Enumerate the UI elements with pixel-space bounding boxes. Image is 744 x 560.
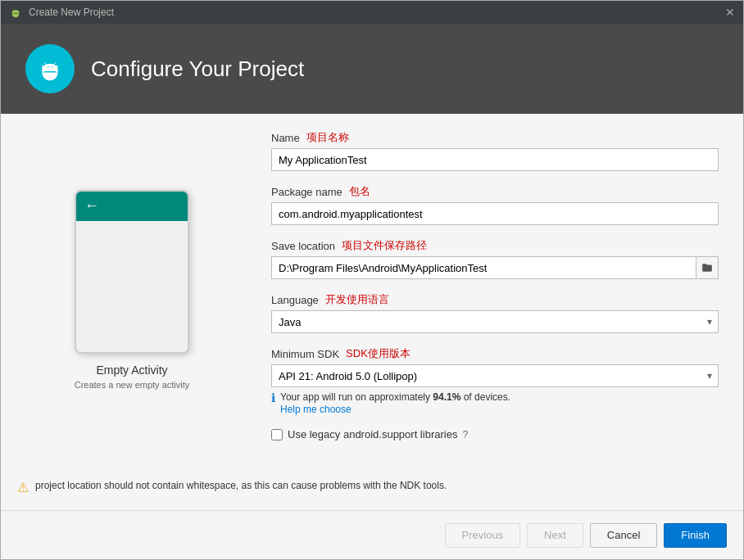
next-button[interactable]: Next xyxy=(527,523,583,548)
warning-row: ⚠ project location should not contain wh… xyxy=(1,473,743,502)
minsdk-select-wrapper: API 21: Android 5.0 (Lollipop) API 22: A… xyxy=(271,364,719,387)
title-bar: Create New Project ✕ xyxy=(1,1,743,24)
name-label-row: Name 项目名称 xyxy=(271,130,719,145)
folder-icon xyxy=(701,262,713,273)
language-select[interactable]: Java Kotlin xyxy=(271,310,719,333)
info-text-prefix: Your app will run on approximately xyxy=(280,391,433,403)
save-location-input[interactable] xyxy=(271,256,696,279)
save-location-label-cn: 项目文件保存路径 xyxy=(342,238,427,253)
phone-top-bar: ← xyxy=(76,192,188,221)
back-arrow-icon: ← xyxy=(84,197,99,215)
name-input[interactable] xyxy=(271,148,719,171)
minsdk-label: Minimum SDK xyxy=(271,348,339,360)
warning-text: project location should not contain whit… xyxy=(35,480,447,491)
title-bar-title: Create New Project xyxy=(29,7,114,18)
footer: Previous Next Cancel Finish xyxy=(1,510,743,559)
activity-desc: Creates a new empty activity xyxy=(75,380,190,390)
minsdk-label-cn: SDK使用版本 xyxy=(346,346,411,361)
title-bar-left: Create New Project xyxy=(9,6,114,19)
info-percent: 94.1% xyxy=(433,391,460,403)
save-location-input-group xyxy=(271,256,719,279)
package-label: Package name xyxy=(271,186,343,198)
package-input[interactable] xyxy=(271,202,719,225)
header-title: Configure Your Project xyxy=(91,56,304,82)
info-icon: ℹ xyxy=(271,391,275,404)
package-row: Package name 包名 xyxy=(271,184,719,225)
legacy-checkbox-row: Use legacy android.support libraries ? xyxy=(271,428,719,440)
content-area: ← Empty Activity Creates a new empty act… xyxy=(1,114,743,465)
android-logo-icon xyxy=(35,54,65,84)
language-select-wrapper: Java Kotlin xyxy=(271,310,719,333)
package-label-row: Package name 包名 xyxy=(271,184,719,199)
main-window: Create New Project ✕ Configure Your Proj… xyxy=(0,0,744,560)
warning-icon: ⚠ xyxy=(17,480,29,495)
language-label-row: Language 开发使用语言 xyxy=(271,292,719,307)
save-location-row: Save location 项目文件保存路径 xyxy=(271,238,719,279)
header-icon xyxy=(25,44,75,93)
sdk-info-text: Your app will run on approximately 94.1%… xyxy=(280,391,510,415)
android-icon xyxy=(9,6,22,19)
minsdk-row: Minimum SDK SDK使用版本 API 21: Android 5.0 … xyxy=(271,346,719,415)
previous-button[interactable]: Previous xyxy=(445,523,521,548)
phone-preview: ← xyxy=(75,190,189,354)
header: Configure Your Project xyxy=(1,24,743,114)
save-location-label-row: Save location 项目文件保存路径 xyxy=(271,238,719,253)
help-tooltip-icon[interactable]: ? xyxy=(462,429,468,440)
name-label: Name xyxy=(271,132,300,144)
finish-button[interactable]: Finish xyxy=(664,523,727,548)
package-label-cn: 包名 xyxy=(349,184,370,199)
info-text-suffix: of devices. xyxy=(460,391,510,403)
folder-browse-button[interactable] xyxy=(696,256,719,279)
left-panel: ← Empty Activity Creates a new empty act… xyxy=(1,114,263,465)
minsdk-label-row: Minimum SDK SDK使用版本 xyxy=(271,346,719,361)
language-row: Language 开发使用语言 Java Kotlin xyxy=(271,292,719,333)
help-link[interactable]: Help me choose xyxy=(280,404,352,415)
cancel-button[interactable]: Cancel xyxy=(590,523,657,548)
name-row: Name 项目名称 xyxy=(271,130,719,171)
sdk-info-row: ℹ Your app will run on approximately 94.… xyxy=(271,391,719,415)
language-label: Language xyxy=(271,294,319,306)
minsdk-select[interactable]: API 21: Android 5.0 (Lollipop) API 22: A… xyxy=(271,364,719,387)
close-button[interactable]: ✕ xyxy=(725,6,735,19)
phone-body xyxy=(76,221,188,352)
save-location-label: Save location xyxy=(271,240,335,252)
language-label-cn: 开发使用语言 xyxy=(325,292,389,307)
legacy-checkbox[interactable] xyxy=(271,429,283,440)
right-panel: Name 项目名称 Package name 包名 Save location … xyxy=(263,114,743,465)
name-label-cn: 项目名称 xyxy=(306,130,349,145)
legacy-checkbox-label: Use legacy android.support libraries xyxy=(288,428,457,440)
activity-label: Empty Activity xyxy=(96,364,167,377)
